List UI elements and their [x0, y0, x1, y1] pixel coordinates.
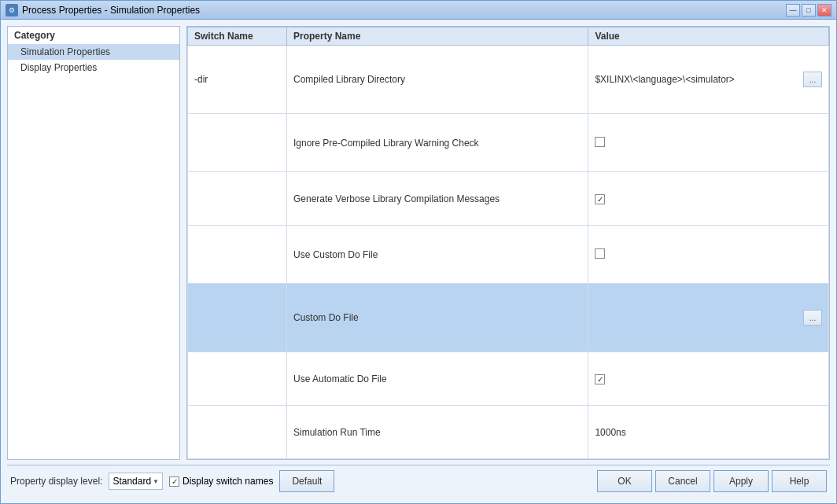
properties-table: Switch Name Property Name Value -dir Com…	[187, 27, 829, 459]
apply-button[interactable]: Apply	[713, 470, 769, 492]
default-button[interactable]: Default	[279, 470, 334, 492]
title-bar-controls: — □ ✕	[786, 4, 831, 17]
properties-panel: Switch Name Property Name Value -dir Com…	[186, 26, 830, 460]
browse-custom-do-button[interactable]: ...	[803, 310, 822, 326]
value-cell	[588, 352, 829, 406]
table-row: -dir Compiled Library Directory $XILINX\…	[188, 46, 829, 114]
switch-cell: -dir	[188, 46, 287, 114]
property-cell: Use Custom Do File	[286, 226, 588, 284]
table-row: Generate Verbose Library Compilation Mes…	[188, 172, 829, 226]
property-cell: Compiled Library Directory	[286, 46, 588, 114]
action-buttons: OK Cancel Apply Help	[597, 470, 827, 492]
value-cell: 1000ns	[588, 406, 829, 459]
switch-cell	[188, 226, 287, 284]
minimize-button[interactable]: —	[786, 4, 800, 17]
table-row: Use Automatic Do File	[188, 352, 829, 406]
title-bar: ⚙ Process Properties - Simulation Proper…	[1, 1, 836, 20]
sidebar-item-display-properties[interactable]: Display Properties	[8, 60, 179, 75]
display-level-select[interactable]: Standard ▼	[109, 473, 163, 490]
value-cell: ...	[588, 284, 829, 352]
main-row: Category Simulation Properties Display P…	[7, 26, 830, 460]
content-area: Category Simulation Properties Display P…	[1, 20, 836, 503]
value-cell	[588, 114, 829, 172]
display-options: Property display level: Standard ▼ Displ…	[10, 470, 334, 492]
value-text: $XILINX\<language>\<simulator>	[595, 74, 734, 85]
select-arrow-icon: ▼	[153, 478, 159, 485]
simulation-run-time-value: 1000ns	[595, 427, 625, 438]
table-row: Use Custom Do File	[188, 226, 829, 284]
checkbox-generate-verbose[interactable]	[595, 194, 605, 204]
custom-do-file-input[interactable]	[595, 311, 800, 325]
browse-button[interactable]: ...	[803, 72, 822, 87]
header-property-name: Property Name	[286, 28, 588, 46]
display-level-value: Standard	[112, 476, 151, 487]
checkbox-use-custom-do[interactable]	[595, 248, 605, 259]
category-panel: Category Simulation Properties Display P…	[7, 26, 180, 460]
display-switch-checkbox: Display switch names	[169, 476, 273, 487]
value-cell	[588, 172, 829, 226]
property-cell: Use Automatic Do File	[286, 352, 588, 406]
header-value: Value	[588, 28, 829, 46]
table-row: Custom Do File ...	[188, 284, 829, 352]
switch-cell	[188, 114, 287, 172]
category-label: Category	[8, 27, 179, 44]
window-title: Process Properties - Simulation Properti…	[22, 5, 200, 16]
main-window: ⚙ Process Properties - Simulation Proper…	[0, 0, 837, 504]
window-icon: ⚙	[6, 4, 18, 17]
display-switch-label: Display switch names	[183, 476, 273, 487]
value-cell	[588, 226, 829, 284]
display-level-label: Property display level:	[10, 476, 102, 487]
property-cell: Generate Verbose Library Compilation Mes…	[286, 172, 588, 226]
help-button[interactable]: Help	[772, 470, 827, 492]
switch-cell	[188, 406, 287, 459]
table-row: Simulation Run Time 1000ns	[188, 406, 829, 459]
maximize-button[interactable]: □	[802, 4, 816, 17]
header-switch-name: Switch Name	[188, 28, 287, 46]
ok-button[interactable]: OK	[597, 470, 652, 492]
switch-cell	[188, 284, 287, 352]
table-row: Ignore Pre-Compiled Library Warning Chec…	[188, 114, 829, 172]
cancel-button[interactable]: Cancel	[655, 470, 710, 492]
title-bar-left: ⚙ Process Properties - Simulation Proper…	[6, 4, 200, 17]
close-button[interactable]: ✕	[817, 4, 831, 17]
property-cell: Simulation Run Time	[286, 406, 588, 459]
bottom-bar: Property display level: Standard ▼ Displ…	[7, 465, 830, 497]
sidebar-item-simulation-properties[interactable]: Simulation Properties	[8, 44, 179, 60]
property-cell: Custom Do File	[286, 284, 588, 352]
checkbox-use-automatic-do[interactable]	[595, 374, 605, 384]
value-cell: $XILINX\<language>\<simulator> ...	[588, 46, 829, 114]
switch-cell	[188, 352, 287, 406]
property-cell: Ignore Pre-Compiled Library Warning Chec…	[286, 114, 588, 172]
checkbox-ignore-precompiled[interactable]	[595, 137, 605, 147]
switch-cell	[188, 172, 287, 226]
checkbox-display-switch-names[interactable]	[169, 476, 179, 487]
